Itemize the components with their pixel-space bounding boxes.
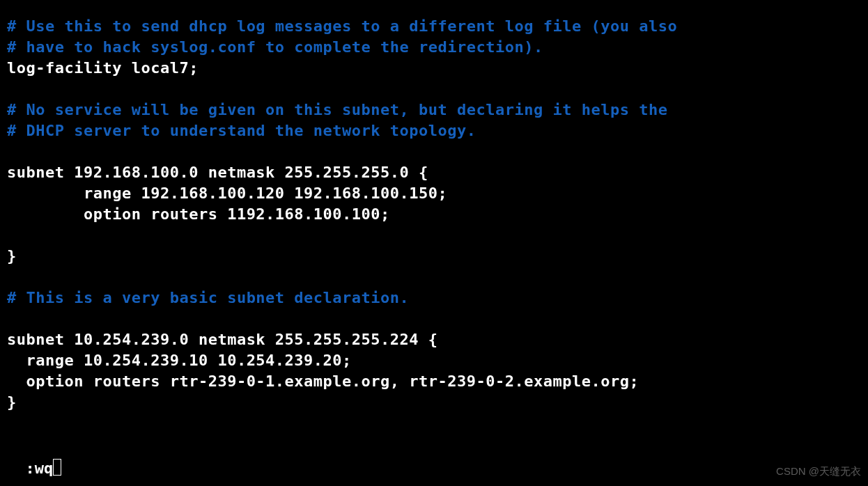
watermark-text: CSDN @天缝无衣 <box>776 461 861 482</box>
code-line: range 10.254.239.10 10.254.239.20; <box>7 350 677 371</box>
code-line: subnet 192.168.100.0 netmask 255.255.255… <box>7 162 677 183</box>
code-line: option routers 1192.168.100.100; <box>7 204 677 225</box>
terminal-editor[interactable]: # Use this to send dhcp log messages to … <box>7 16 677 413</box>
code-line: } <box>7 246 677 267</box>
code-line: option routers rtr-239-0-1.example.org, … <box>7 371 677 392</box>
code-line: subnet 10.254.239.0 netmask 255.255.255.… <box>7 329 677 350</box>
code-line: # No service will be given on this subne… <box>7 100 677 120</box>
code-line <box>7 79 677 100</box>
code-line <box>7 141 677 162</box>
code-line: # This is a very basic subnet declaratio… <box>7 288 677 308</box>
code-line: log-facility local7; <box>7 58 677 79</box>
vim-command-line[interactable]: :wq <box>7 437 61 479</box>
code-line: range 192.168.100.120 192.168.100.150; <box>7 183 677 204</box>
code-line <box>7 225 677 246</box>
vim-command-text: :wq <box>26 460 54 477</box>
cursor-icon <box>53 459 61 476</box>
code-line <box>7 267 677 288</box>
code-line: # Use this to send dhcp log messages to … <box>7 16 677 37</box>
code-line: # DHCP server to understand the network … <box>7 120 677 141</box>
code-line: # have to hack syslog.conf to complete t… <box>7 37 677 58</box>
code-line: } <box>7 392 677 413</box>
code-line <box>7 308 677 329</box>
